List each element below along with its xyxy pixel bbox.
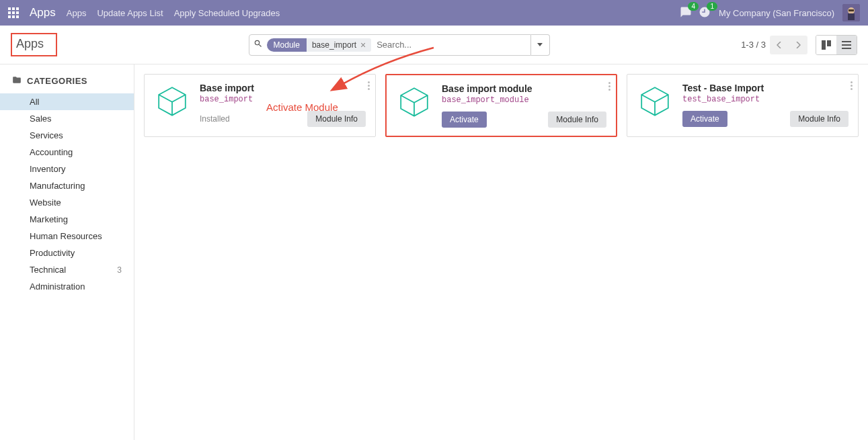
sidebar-item-inventory[interactable]: Inventory bbox=[0, 161, 134, 177]
list-icon bbox=[842, 41, 851, 49]
sidebar-item-sales[interactable]: Sales bbox=[0, 110, 134, 127]
cards-container: Base importbase_importInstalledModule In… bbox=[144, 74, 859, 137]
module-status: Installed bbox=[200, 114, 230, 124]
module-technical-name: test_base_import bbox=[682, 95, 849, 104]
sidebar-item-technical[interactable]: Technical3 bbox=[0, 261, 134, 278]
card-kebab-menu[interactable] bbox=[608, 82, 610, 91]
view-switcher bbox=[816, 35, 857, 55]
pager-text: 1-3 / 3 bbox=[741, 40, 766, 50]
svg-rect-8 bbox=[842, 48, 851, 49]
module-info-button[interactable]: Module Info bbox=[307, 111, 366, 127]
chevron-left-icon bbox=[777, 42, 782, 48]
messages-badge: 4 bbox=[688, 2, 699, 11]
kanban-view-button[interactable] bbox=[816, 36, 836, 54]
sidebar-item-label: Services bbox=[30, 130, 63, 140]
top-navbar: Apps Apps Update Apps List Apply Schedul… bbox=[0, 0, 868, 26]
sidebar-item-label: Human Resources bbox=[30, 231, 102, 241]
module-cube-icon bbox=[637, 83, 673, 119]
sidebar-item-website[interactable]: Website bbox=[0, 194, 134, 211]
search-dropdown-button[interactable] bbox=[531, 34, 550, 56]
sidebar-item-label: Sales bbox=[30, 114, 52, 124]
card-kebab-menu[interactable] bbox=[851, 81, 853, 90]
module-technical-name: base_import_module bbox=[442, 95, 606, 105]
sidebar-item-label: Marketing bbox=[30, 214, 68, 224]
annotation-text: Activate Module bbox=[266, 101, 338, 113]
card-body: Test - Base Importtest_base_importActiva… bbox=[682, 83, 849, 128]
sidebar-item-accounting[interactable]: Accounting bbox=[0, 144, 134, 161]
sidebar-item-count: 3 bbox=[117, 265, 122, 275]
module-card[interactable]: Test - Base Importtest_base_importActiva… bbox=[627, 74, 859, 137]
svg-rect-3 bbox=[849, 9, 854, 11]
sidebar-item-administration[interactable]: Administration bbox=[0, 278, 134, 295]
list-view-button[interactable] bbox=[836, 36, 857, 54]
user-avatar[interactable] bbox=[842, 4, 860, 21]
sidebar-item-label: Productivity bbox=[30, 248, 75, 258]
sidebar-item-label: Accounting bbox=[30, 147, 73, 157]
sidebar-item-manufacturing[interactable]: Manufacturing bbox=[0, 177, 134, 194]
pager-prev-button[interactable] bbox=[770, 36, 789, 54]
sidebar-header-text: CATEGORIES bbox=[27, 76, 87, 86]
module-info-button[interactable]: Module Info bbox=[790, 111, 849, 127]
folder-icon bbox=[12, 75, 22, 87]
svg-rect-5 bbox=[827, 40, 831, 46]
nav-menu-apps[interactable]: Apps bbox=[67, 8, 87, 18]
navbar-right: 4 1 My Company (San Francisco) bbox=[680, 4, 860, 21]
module-cube-icon bbox=[154, 83, 190, 119]
nav-menu-apply-upgrades[interactable]: Apply Scheduled Upgrades bbox=[174, 8, 280, 18]
svg-rect-7 bbox=[842, 44, 851, 46]
sidebar-item-label: Website bbox=[30, 197, 61, 208]
sidebar-item-marketing[interactable]: Marketing bbox=[0, 211, 134, 228]
svg-rect-4 bbox=[822, 40, 826, 50]
breadcrumb-highlight: Apps bbox=[11, 33, 57, 56]
navbar-left: Apps Apps Update Apps List Apply Schedul… bbox=[8, 6, 280, 19]
sidebar-list: AllSalesServicesAccountingInventoryManuf… bbox=[0, 93, 134, 295]
annotation-arrow bbox=[329, 44, 444, 105]
sidebar: CATEGORIES AllSalesServicesAccountingInv… bbox=[0, 64, 134, 440]
kanban-icon bbox=[822, 40, 831, 50]
card-actions: ActivateModule Info bbox=[442, 112, 606, 128]
right-controls: 1-3 / 3 bbox=[741, 35, 857, 55]
breadcrumb: Apps bbox=[16, 37, 44, 51]
module-title: Test - Base Import bbox=[682, 83, 849, 93]
sidebar-item-label: Inventory bbox=[30, 164, 65, 174]
pager-next-button[interactable] bbox=[789, 36, 807, 54]
activities-button[interactable]: 1 bbox=[699, 6, 711, 20]
messages-button[interactable]: 4 bbox=[680, 6, 692, 20]
sidebar-item-label: Administration bbox=[30, 281, 85, 292]
activate-button[interactable]: Activate bbox=[682, 111, 727, 127]
sidebar-item-all[interactable]: All bbox=[0, 93, 134, 110]
module-title: Base import module bbox=[442, 83, 606, 94]
svg-rect-6 bbox=[842, 41, 851, 42]
sidebar-header: CATEGORIES bbox=[0, 75, 134, 93]
chevron-down-icon bbox=[537, 43, 543, 46]
facet-label: Module bbox=[267, 38, 307, 52]
activate-button[interactable]: Activate bbox=[442, 112, 487, 128]
sidebar-item-services[interactable]: Services bbox=[0, 127, 134, 144]
svg-rect-2 bbox=[848, 13, 855, 20]
sidebar-item-label: Manufacturing bbox=[30, 181, 85, 191]
pager: 1-3 / 3 bbox=[741, 36, 807, 54]
sidebar-item-human-resources[interactable]: Human Resources bbox=[0, 228, 134, 245]
card-actions: ActivateModule Info bbox=[682, 111, 849, 127]
apps-grid-icon[interactable] bbox=[8, 7, 19, 18]
sidebar-item-label: All bbox=[30, 97, 39, 107]
activities-badge: 1 bbox=[707, 2, 717, 11]
card-actions: InstalledModule Info bbox=[200, 111, 366, 127]
chevron-right-icon bbox=[795, 42, 801, 48]
sidebar-item-productivity[interactable]: Productivity bbox=[0, 245, 134, 261]
company-selector[interactable]: My Company (San Francisco) bbox=[719, 8, 834, 18]
main: CATEGORIES AllSalesServicesAccountingInv… bbox=[0, 64, 868, 440]
search-icon bbox=[253, 39, 263, 50]
sidebar-item-label: Technical bbox=[30, 265, 66, 275]
card-body: Base import modulebase_import_moduleActi… bbox=[442, 83, 606, 128]
navbar-title: Apps bbox=[30, 6, 56, 19]
content-area: Base importbase_importInstalledModule In… bbox=[134, 64, 868, 440]
module-info-button[interactable]: Module Info bbox=[548, 112, 606, 128]
nav-menu-update-apps[interactable]: Update Apps List bbox=[97, 8, 163, 18]
